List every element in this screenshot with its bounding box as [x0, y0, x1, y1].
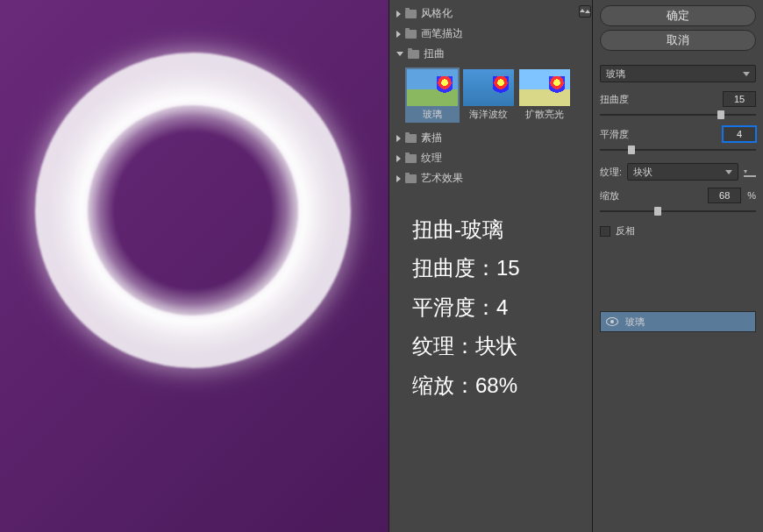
folder-icon — [405, 30, 417, 39]
chevron-right-icon — [396, 11, 401, 18]
filter-name-dropdown[interactable]: 玻璃 — [600, 65, 756, 82]
category-label: 纹理 — [421, 151, 442, 166]
invert-row: 反相 — [600, 224, 756, 238]
invert-label: 反相 — [616, 224, 635, 238]
thumb-image — [407, 69, 458, 106]
filter-thumbnails: 玻璃 海洋波纹 扩散亮光 — [389, 64, 592, 128]
thumb-image — [463, 69, 514, 106]
zoom-label: 缩放 — [600, 189, 619, 202]
folder-icon — [408, 50, 419, 59]
preview-image — [35, 53, 351, 368]
chevron-right-icon — [396, 155, 401, 162]
category-texture[interactable]: 纹理 — [389, 148, 592, 168]
chevron-right-icon — [396, 175, 401, 182]
zoom-slider[interactable] — [600, 210, 756, 212]
folder-icon — [405, 10, 417, 18]
slider-thumb[interactable] — [628, 145, 635, 154]
category-artistic[interactable]: 艺术效果 — [389, 168, 592, 188]
category-label: 风格化 — [421, 6, 453, 21]
zoom-row: 缩放 68 % — [600, 188, 756, 203]
category-label: 扭曲 — [424, 46, 445, 61]
eye-icon[interactable] — [606, 317, 618, 326]
thumb-glass[interactable]: 玻璃 — [405, 67, 460, 123]
chevron-down-icon — [396, 52, 403, 56]
effect-row[interactable]: 玻璃 — [601, 312, 755, 331]
invert-checkbox[interactable] — [600, 226, 610, 237]
zoom-unit: % — [747, 190, 756, 201]
smoothness-input[interactable] — [723, 126, 756, 142]
slider-thumb[interactable] — [717, 110, 724, 119]
chevron-right-icon — [396, 31, 401, 38]
overlay-distortion: 扭曲度：15 — [412, 249, 520, 287]
smoothness-label: 平滑度 — [600, 128, 629, 141]
folder-icon — [405, 134, 417, 143]
thumb-label: 海洋波纹 — [469, 108, 508, 121]
preview-panel — [0, 0, 389, 532]
distortion-label: 扭曲度 — [600, 93, 629, 106]
cancel-button[interactable]: 取消 — [600, 30, 756, 51]
overlay-title: 扭曲-玻璃 — [412, 210, 520, 249]
thumb-label: 玻璃 — [423, 108, 442, 121]
category-distort[interactable]: 扭曲 — [389, 44, 592, 64]
overlay-smoothness: 平滑度：4 — [412, 288, 520, 327]
thumb-image — [519, 69, 570, 106]
texture-dropdown[interactable]: 块状 — [627, 163, 738, 181]
texture-menu-icon[interactable] — [744, 167, 756, 176]
zoom-value: 68 — [708, 188, 741, 203]
texture-row: 纹理: 块状 — [600, 163, 756, 181]
texture-label: 纹理: — [600, 166, 622, 179]
collapse-button[interactable] — [579, 5, 591, 18]
distortion-slider[interactable] — [600, 114, 756, 116]
smoothness-slider[interactable] — [600, 149, 756, 151]
effect-stack: 玻璃 — [600, 311, 756, 332]
thumb-ocean-ripple[interactable]: 海洋波纹 — [461, 67, 516, 123]
ok-button[interactable]: 确定 — [600, 5, 756, 26]
overlay-texture: 纹理：块状 — [412, 327, 520, 365]
distortion-input[interactable] — [723, 91, 756, 107]
thumb-diffuse-glow[interactable]: 扩散亮光 — [517, 67, 572, 123]
category-label: 画笔描边 — [421, 26, 463, 41]
thumb-label: 扩散亮光 — [525, 108, 564, 121]
smoothness-param: 平滑度 — [600, 126, 756, 142]
overlay-zoom: 缩放：68% — [412, 366, 520, 405]
folder-icon — [405, 154, 417, 163]
effect-label: 玻璃 — [625, 316, 645, 329]
category-stylize[interactable]: 风格化 — [389, 4, 592, 24]
slider-thumb[interactable] — [654, 207, 661, 216]
category-brush-strokes[interactable]: 画笔描边 — [389, 24, 592, 44]
category-sketch[interactable]: 素描 — [389, 128, 592, 148]
category-label: 素描 — [421, 131, 442, 145]
distortion-param: 扭曲度 — [600, 91, 756, 107]
dropdown-value: 玻璃 — [606, 67, 625, 81]
chevron-right-icon — [396, 135, 401, 142]
folder-icon — [405, 174, 417, 183]
dropdown-value: 块状 — [633, 166, 652, 179]
controls-panel: 确定 取消 玻璃 扭曲度 平滑度 纹理: 块状 缩放 68 % — [592, 0, 763, 532]
annotation-overlay: 扭曲-玻璃 扭曲度：15 平滑度：4 纹理：块状 缩放：68% — [412, 210, 520, 405]
chevron-up-icon — [585, 10, 590, 13]
category-label: 艺术效果 — [421, 171, 463, 186]
